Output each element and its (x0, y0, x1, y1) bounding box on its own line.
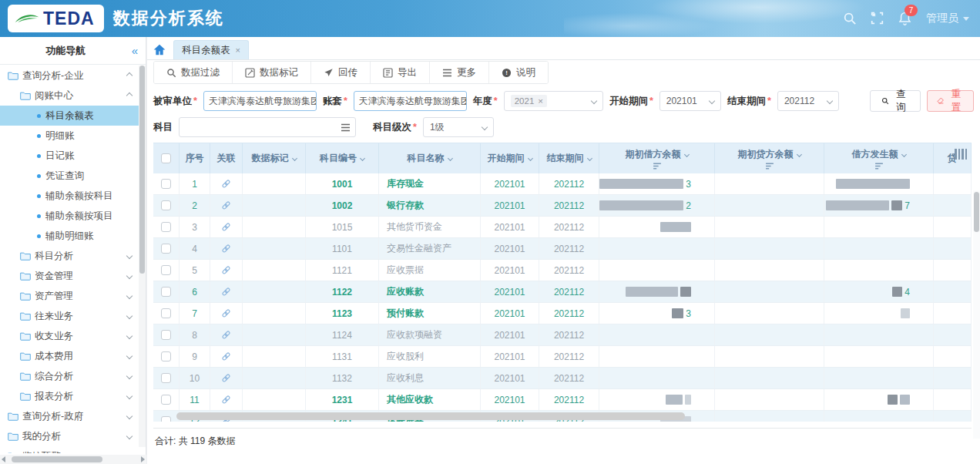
toolbar-button-3[interactable]: 导出 (371, 62, 430, 83)
cell-name[interactable]: 库存现金 (379, 173, 481, 194)
toolbar-button-5[interactable]: !说明 (489, 62, 548, 83)
sidebar-item-5[interactable]: 凭证查询 (0, 166, 139, 186)
toolbar-button-2[interactable]: 回传 (311, 62, 371, 83)
subject-lookup-icon[interactable] (341, 123, 351, 132)
cell-name[interactable]: 应收款项融资 (379, 324, 481, 345)
tab-close-icon[interactable]: × (236, 45, 240, 55)
search-icon[interactable] (843, 12, 857, 25)
reset-button[interactable]: 重置 (927, 90, 974, 112)
sidebar-item-19[interactable]: 监控预警 (0, 446, 139, 453)
sidebar-item-11[interactable]: 资产管理 (0, 286, 139, 306)
sort-chevron-icon[interactable] (796, 151, 801, 156)
scroll-right-arrow-icon[interactable] (141, 456, 145, 462)
link-icon[interactable] (221, 330, 231, 340)
user-menu[interactable]: 管理员 (926, 12, 969, 25)
year-select[interactable]: 2021 × (504, 91, 603, 111)
sidebar-item-7[interactable]: 辅助余额按项目 (0, 206, 139, 226)
cell-name[interactable]: 应收票据 (379, 260, 481, 281)
subject-level-select[interactable]: 1级 (423, 117, 494, 137)
cell-code[interactable]: 1101 (306, 238, 379, 259)
sort-chevron-icon[interactable] (527, 156, 532, 161)
column-filter-icon[interactable] (765, 163, 774, 170)
cell-name[interactable]: 应收账款 (379, 281, 481, 302)
scroll-left-arrow-icon[interactable] (2, 456, 5, 462)
toolbar-button-1[interactable]: 数据标记 (233, 62, 311, 83)
column-filter-icon[interactable] (653, 163, 662, 170)
table-horizontal-scrollbar-thumb[interactable] (176, 412, 685, 420)
cell-code[interactable]: 1132 (306, 368, 379, 388)
year-tag-close-icon[interactable]: × (538, 96, 543, 106)
query-button[interactable]: 查询 (870, 90, 920, 112)
cell-code[interactable]: 1002 (306, 195, 379, 216)
row-checkbox[interactable] (161, 287, 171, 297)
sidebar-item-4[interactable]: 日记账 (0, 146, 139, 166)
link-icon[interactable] (221, 222, 231, 232)
cell-code[interactable]: 1015 (306, 217, 379, 237)
sort-chevron-icon[interactable] (901, 151, 906, 156)
sidebar-item-9[interactable]: 科目分析 (0, 246, 139, 266)
row-checkbox[interactable] (161, 416, 171, 422)
row-checkbox[interactable] (161, 308, 171, 318)
fullscreen-icon[interactable] (871, 12, 884, 25)
start-period-select[interactable]: 202101 (659, 91, 721, 111)
sort-chevron-icon[interactable] (683, 151, 689, 156)
table-vertical-scrollbar-thumb[interactable] (974, 192, 979, 232)
link-icon[interactable] (221, 373, 231, 383)
link-icon[interactable] (221, 395, 231, 405)
toolbar-button-4[interactable]: 更多 (430, 62, 489, 83)
cell-code[interactable]: 1131 (306, 346, 379, 367)
select-all-checkbox[interactable] (161, 153, 171, 163)
link-icon[interactable] (221, 200, 231, 210)
row-checkbox[interactable] (161, 222, 171, 232)
sidebar-horizontal-scrollbar-thumb[interactable] (12, 456, 102, 462)
sort-chevron-icon[interactable] (447, 156, 452, 161)
cell-name[interactable]: 预付账款 (379, 303, 481, 324)
subject-input[interactable] (179, 117, 356, 137)
link-icon[interactable] (221, 351, 231, 361)
column-settings-icon[interactable] (955, 149, 967, 160)
sort-chevron-icon[interactable] (586, 156, 592, 161)
sidebar-item-2[interactable]: 科目余额表 (0, 106, 139, 126)
book-input[interactable]: 天津滨海泰达航母旅游集团股份 (354, 91, 467, 111)
sidebar-item-12[interactable]: 往来业务 (0, 306, 139, 326)
sort-chevron-icon[interactable] (291, 156, 297, 161)
end-period-select[interactable]: 202112 (777, 91, 839, 111)
cell-code[interactable]: 1124 (306, 324, 379, 345)
sidebar-item-13[interactable]: 收支业务 (0, 326, 139, 346)
link-icon[interactable] (221, 308, 231, 318)
sidebar-item-6[interactable]: 辅助余额按科目 (0, 186, 139, 206)
link-icon[interactable] (221, 287, 231, 297)
unit-input[interactable]: 天津滨海泰达航母旅游集团股份 (203, 91, 317, 111)
cell-name[interactable]: 交易性金融资产 (379, 238, 481, 259)
sidebar-vertical-scrollbar-thumb[interactable] (139, 66, 145, 274)
row-checkbox[interactable] (161, 351, 171, 361)
sidebar-item-17[interactable]: 查询分析-政府 (0, 406, 139, 426)
cell-name[interactable]: 其他货币资金 (379, 217, 481, 237)
link-icon[interactable] (221, 179, 231, 189)
notifications-bell-icon[interactable]: 7 (898, 12, 912, 25)
sidebar-item-1[interactable]: 阅账中心 (0, 86, 139, 106)
tab-subject-balance[interactable]: 科目余额表 × (173, 40, 249, 59)
row-checkbox[interactable] (161, 244, 171, 254)
sidebar-item-15[interactable]: 综合分析 (0, 366, 139, 386)
sidebar-item-0[interactable]: 查询分析-企业 (0, 66, 139, 86)
cell-code[interactable]: 1231 (306, 389, 379, 410)
home-icon[interactable] (153, 44, 166, 55)
sidebar-item-10[interactable]: 资金管理 (0, 266, 139, 286)
row-checkbox[interactable] (161, 179, 171, 189)
sidebar-collapse-icon[interactable]: « (132, 44, 138, 57)
cell-code[interactable]: 1122 (306, 281, 379, 302)
cell-name[interactable]: 应收股利 (379, 346, 481, 367)
row-checkbox[interactable] (161, 200, 171, 210)
cell-name[interactable]: 应收利息 (379, 368, 481, 388)
cell-code[interactable]: 1123 (306, 303, 379, 324)
sidebar-item-18[interactable]: 我的分析 (0, 426, 139, 446)
link-icon[interactable] (221, 265, 231, 275)
toolbar-button-0[interactable]: 数据过滤 (154, 62, 233, 83)
row-checkbox[interactable] (161, 265, 171, 275)
sidebar-item-3[interactable]: 明细账 (0, 126, 139, 146)
link-icon[interactable] (221, 244, 231, 254)
column-filter-icon[interactable] (874, 163, 884, 170)
cell-code[interactable]: 1121 (306, 260, 379, 281)
sort-chevron-icon[interactable] (360, 156, 365, 161)
